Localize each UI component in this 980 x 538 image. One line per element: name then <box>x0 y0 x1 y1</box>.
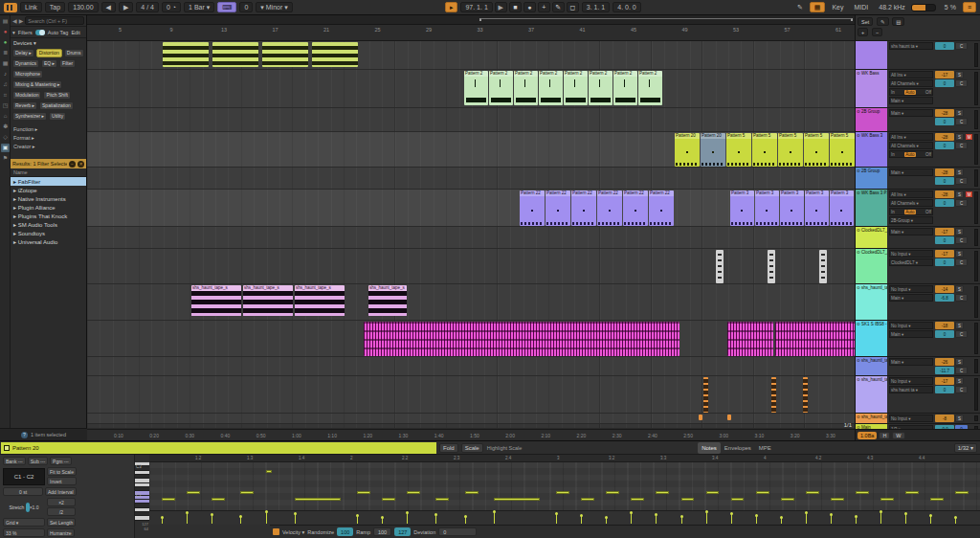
pan-field[interactable]: C <box>955 42 968 50</box>
velocity-marker[interactable] <box>435 515 436 524</box>
clip[interactable]: shs_haunt_tape_s <box>191 285 241 316</box>
track-lane[interactable] <box>87 227 855 249</box>
track-header[interactable]: ⊙ shs_hauntl_tapMain ▾-26S-11.7C <box>856 357 980 376</box>
midi-note[interactable] <box>731 498 745 501</box>
clip[interactable]: Pattern 22 <box>520 191 545 226</box>
grid-setting-menu[interactable]: 1/32 ▾ <box>954 443 977 453</box>
routing-selector[interactable]: All Ins ▾ <box>889 71 933 78</box>
time-ruler[interactable]: 0:100:200:300:400:501:001:101:201:301:40… <box>87 429 855 440</box>
zoom-out-button[interactable]: − <box>872 28 882 36</box>
pencil-icon[interactable]: ✎ <box>793 2 807 12</box>
link-track-icon[interactable]: ✎ <box>877 17 889 26</box>
solo-button[interactable]: S <box>955 109 964 117</box>
browser-rail-icon[interactable]: ✽ <box>1 123 10 131</box>
routing-selector[interactable]: Main ▾ <box>889 97 933 104</box>
midi-note[interactable] <box>556 491 569 494</box>
routing-selector[interactable]: InAutoOff <box>889 150 933 158</box>
routing-selector[interactable]: No Input ▾ <box>889 322 933 329</box>
filter-tag[interactable]: Dynamics <box>12 59 39 68</box>
browser-rail-icon[interactable]: ⌂ <box>1 112 10 121</box>
pan-field[interactable]: C <box>955 236 968 244</box>
set-button[interactable]: Set <box>858 17 873 26</box>
routing-selector[interactable]: All Channels ▾ <box>889 199 933 207</box>
track-color-cell[interactable]: ⊙ 2B Group <box>856 108 887 131</box>
velocity-marker[interactable] <box>806 513 807 524</box>
routing-selector[interactable]: shs haunt ta ▾ <box>889 386 933 393</box>
results-clear-button[interactable]: ✕ <box>78 161 84 168</box>
monitor-option[interactable]: In <box>891 210 895 214</box>
solo-button[interactable]: S <box>955 285 964 293</box>
filter-tag[interactable]: Mixing & Mastering ▸ <box>12 80 62 89</box>
clip[interactable]: Pattern 22 <box>597 191 622 226</box>
midi-note[interactable] <box>955 491 969 494</box>
clip[interactable] <box>771 377 776 413</box>
clip[interactable]: shs_haunt_tape_s <box>243 285 293 316</box>
clip[interactable] <box>727 415 731 420</box>
velocity-marker[interactable] <box>357 516 358 524</box>
solo-button[interactable]: S <box>955 71 964 78</box>
browser-rail-icon[interactable]: ● <box>1 28 10 36</box>
stop-button[interactable]: ■ <box>509 2 522 12</box>
midi-map-button[interactable]: MIDI <box>850 2 872 12</box>
bank-selector[interactable]: Bank --- <box>3 457 26 465</box>
velocity-marker[interactable] <box>631 513 632 524</box>
velocity-marker[interactable] <box>706 512 707 524</box>
pan-field[interactable]: C <box>955 118 968 125</box>
clip[interactable] <box>364 322 679 356</box>
search-input[interactable]: Search (Ctrl + F) <box>25 16 84 25</box>
clip[interactable]: Pattern 20 <box>675 133 700 167</box>
track-color-cell[interactable]: ⊙ shs_hauntl_ta <box>856 376 887 413</box>
name-column-header[interactable]: Name <box>11 168 86 177</box>
velocity-marker[interactable] <box>606 518 607 524</box>
clip[interactable]: Pattern 3 <box>730 191 754 226</box>
draw-mode-button[interactable]: ✎ <box>552 2 565 12</box>
clip[interactable]: Pattern 22 <box>571 191 596 226</box>
volume-field[interactable]: -28 <box>935 109 954 117</box>
clip[interactable]: Pattern 5 <box>804 133 829 167</box>
monitor-option[interactable]: Off <box>925 210 931 214</box>
monitor-option[interactable]: Off <box>925 152 931 157</box>
browser-rail-icon[interactable]: ▣ <box>1 144 10 152</box>
piano-key[interactable] <box>135 516 149 520</box>
follow-button[interactable]: ▸ <box>445 2 458 12</box>
monitor-option[interactable]: Auto <box>904 152 915 157</box>
midi-note[interactable] <box>831 498 844 501</box>
routing-selector[interactable]: All Channels ▾ <box>889 142 933 149</box>
browser-rail-icon[interactable]: ▤ <box>1 17 10 26</box>
browser-rail-icon[interactable]: ♫ <box>1 80 10 89</box>
tap-tempo-button[interactable]: Tap <box>45 2 65 12</box>
solo-button[interactable]: S <box>955 228 964 235</box>
volume-field[interactable]: -28 <box>935 168 954 176</box>
filter-tag[interactable]: Microphone <box>12 70 43 78</box>
note-grid[interactable] <box>149 462 980 510</box>
set-length-button[interactable]: Set Length <box>47 518 76 527</box>
track-header[interactable]: ⊙ WK Bass 3 P1All Ins ▾All Channels ▾InA… <box>856 190 980 227</box>
midi-note[interactable] <box>295 498 341 501</box>
velocity-marker[interactable] <box>295 514 296 524</box>
browser-back-icon[interactable]: ◀ <box>12 17 17 24</box>
pan-field[interactable]: C <box>955 330 968 338</box>
volume-field[interactable]: -18 <box>935 322 954 329</box>
clip[interactable] <box>727 322 773 356</box>
help-icon[interactable]: ? <box>21 432 28 438</box>
edit-button[interactable]: Edit <box>71 30 79 35</box>
filter-tag[interactable]: Spatialization <box>39 101 74 110</box>
velocity-marker[interactable] <box>905 514 906 524</box>
send-field[interactable]: 0 <box>935 118 954 125</box>
track-header[interactable]: ⊙ shs_hauntl_taNo Input ▾Main ▾-14S-6.8C <box>856 284 980 321</box>
midi-note[interactable] <box>162 498 175 501</box>
clip[interactable]: Pattern 3 <box>805 191 829 226</box>
automation-arm-button[interactable]: ◻ <box>567 2 579 12</box>
solo-button[interactable]: S <box>955 358 964 366</box>
filter-tag[interactable]: Distortion <box>36 49 62 57</box>
volume-field[interactable]: -17 <box>935 228 954 235</box>
volume-field[interactable]: -17 <box>935 250 954 258</box>
track-color-cell[interactable]: ⊙ 2B Group <box>856 168 887 189</box>
pan-field[interactable]: C <box>955 367 968 374</box>
clip[interactable]: Pattern 2 <box>489 71 513 105</box>
clip[interactable]: Pattern 2 <box>539 71 563 105</box>
velocity-marker[interactable] <box>831 515 832 524</box>
volume-field[interactable]: -28 <box>935 191 954 198</box>
clip[interactable]: Pattern 2 <box>564 71 588 105</box>
browser-forward-icon[interactable]: ▶ <box>19 17 24 24</box>
